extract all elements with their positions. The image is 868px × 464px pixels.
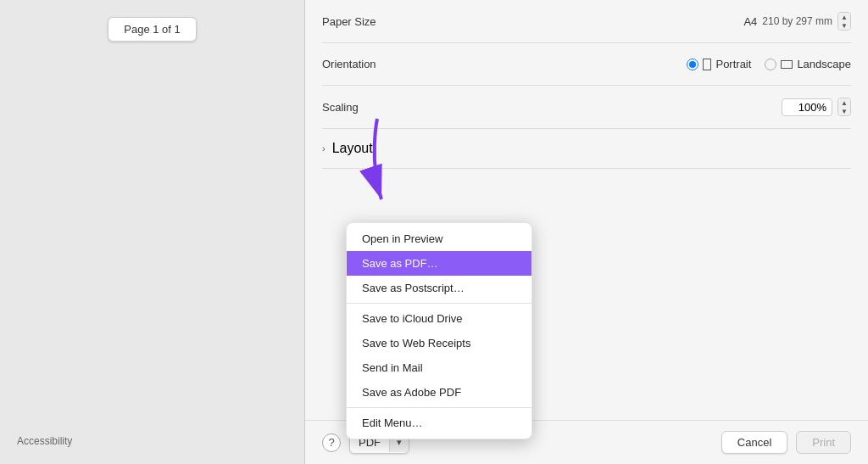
page-indicator: Page 1 of 1 bbox=[108, 17, 197, 42]
orientation-label: Orientation bbox=[322, 58, 424, 70]
menu-item-open-preview[interactable]: Open in Preview bbox=[347, 226, 531, 251]
scaling-value: ▲ ▼ bbox=[424, 98, 851, 116]
paper-size-row: Paper Size A4 210 by 297 mm ▲ ▼ bbox=[322, 0, 851, 43]
menu-item-edit-menu[interactable]: Edit Menu… bbox=[347, 411, 531, 435]
paper-size-name: A4 bbox=[743, 15, 757, 28]
orientation-row: Orientation Portrait Landscape bbox=[322, 43, 851, 86]
paper-size-value: A4 210 by 297 mm ▲ ▼ bbox=[424, 12, 851, 31]
layout-row[interactable]: › Layout bbox=[322, 129, 851, 169]
landscape-icon bbox=[781, 60, 793, 69]
landscape-option[interactable]: Landscape bbox=[765, 58, 851, 70]
pdf-dropdown-menu: Open in PreviewSave as PDF…Save as Posts… bbox=[346, 222, 532, 439]
help-button[interactable]: ? bbox=[322, 433, 341, 452]
scaling-row: Scaling ▲ ▼ bbox=[322, 86, 851, 129]
cancel-button[interactable]: Cancel bbox=[721, 431, 787, 454]
menu-item-save-as-pdf[interactable]: Save as PDF… bbox=[347, 251, 531, 276]
portrait-option[interactable]: Portrait bbox=[687, 58, 751, 70]
landscape-label: Landscape bbox=[797, 58, 851, 70]
orientation-value: Portrait Landscape bbox=[424, 58, 851, 70]
menu-item-save-adobe-pdf[interactable]: Save as Adobe PDF bbox=[347, 380, 531, 405]
paper-size-dimensions: 210 by 297 mm bbox=[762, 15, 832, 27]
scaling-label: Scaling bbox=[322, 101, 424, 114]
layout-chevron-icon: › bbox=[322, 143, 326, 154]
menu-item-send-mail[interactable]: Send in Mail bbox=[347, 355, 531, 380]
scaling-stepper-down[interactable]: ▼ bbox=[838, 107, 850, 115]
portrait-radio[interactable] bbox=[687, 59, 698, 70]
menu-separator bbox=[347, 407, 531, 408]
layout-label: Layout bbox=[332, 141, 373, 156]
orientation-radio-group: Portrait Landscape bbox=[687, 58, 851, 70]
paper-size-stepper[interactable]: ▲ ▼ bbox=[837, 12, 851, 31]
left-panel: Page 1 of 1 Accessibility bbox=[0, 0, 305, 464]
menu-item-save-as-postscript[interactable]: Save as Postscript… bbox=[347, 276, 531, 300]
landscape-radio[interactable] bbox=[765, 59, 776, 70]
accessibility-label: Accessibility bbox=[17, 435, 72, 447]
scaling-input[interactable] bbox=[782, 98, 832, 116]
menu-item-save-icloud[interactable]: Save to iCloud Drive bbox=[347, 306, 531, 331]
portrait-label: Portrait bbox=[715, 58, 751, 70]
print-button[interactable]: Print bbox=[796, 431, 851, 454]
menu-separator bbox=[347, 303, 531, 304]
paper-size-stepper-down[interactable]: ▼ bbox=[838, 21, 850, 30]
scaling-stepper[interactable]: ▲ ▼ bbox=[837, 98, 851, 116]
portrait-icon bbox=[703, 59, 711, 70]
scaling-stepper-up[interactable]: ▲ bbox=[838, 98, 850, 107]
menu-item-save-web-receipts[interactable]: Save to Web Receipts bbox=[347, 331, 531, 355]
paper-size-label: Paper Size bbox=[322, 15, 424, 28]
paper-size-stepper-up[interactable]: ▲ bbox=[838, 13, 850, 21]
